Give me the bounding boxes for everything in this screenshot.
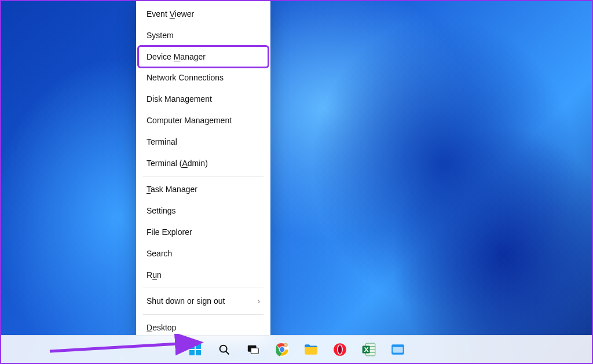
menu-separator	[143, 176, 263, 177]
menu-item-4[interactable]: Disk Management	[138, 89, 268, 110]
desktop-wallpaper	[1, 1, 592, 363]
file-explorer-button[interactable]	[299, 338, 323, 361]
taskbar-center-group	[184, 338, 409, 361]
menu-item-10[interactable]: File Explorer	[138, 222, 268, 243]
svg-point-4	[220, 345, 227, 352]
menu-separator	[143, 314, 263, 315]
menu-item-3[interactable]: Network Connections	[138, 67, 268, 89]
menu-item-label: Desktop	[147, 323, 176, 333]
menu-item-label: Shut down or sign out	[147, 296, 225, 306]
winx-context-menu: Event ViewerSystemDevice ManagerNetwork …	[136, 1, 270, 341]
opera-button[interactable]	[328, 338, 352, 361]
menu-item-2[interactable]: Device Manager	[138, 46, 268, 68]
svg-rect-0	[189, 344, 195, 349]
menu-separator	[143, 288, 263, 288]
menu-item-label: File Explorer	[147, 227, 192, 237]
menu-item-6[interactable]: Terminal	[138, 131, 268, 153]
menu-item-5[interactable]: Computer Management	[138, 110, 268, 131]
svg-point-11	[284, 343, 288, 347]
menu-item-label: Settings	[147, 206, 176, 216]
svg-line-5	[226, 351, 229, 354]
menu-item-0[interactable]: Event Viewer	[138, 3, 268, 25]
search-icon	[218, 343, 230, 356]
menu-item-label: System	[147, 31, 174, 41]
start-button[interactable]	[184, 338, 207, 361]
svg-point-14	[338, 345, 342, 354]
chrome-button[interactable]	[270, 338, 294, 361]
windows-icon	[188, 343, 202, 356]
opera-icon	[332, 342, 347, 357]
menu-item-7[interactable]: Terminal (Admin)	[138, 153, 268, 174]
app-icon	[390, 342, 405, 357]
menu-item-label: Device Manager	[147, 52, 206, 62]
menu-item-label: Task Manager	[147, 185, 197, 194]
task-view-icon	[247, 343, 259, 356]
menu-item-label: Terminal	[147, 137, 177, 147]
menu-item-label: Run	[147, 270, 162, 280]
search-button[interactable]	[213, 338, 236, 361]
svg-rect-21	[393, 347, 402, 352]
menu-item-label: Event Viewer	[147, 9, 194, 19]
menu-item-13[interactable]: Shut down or sign out›	[138, 291, 268, 312]
chrome-icon	[274, 342, 290, 357]
menu-item-label: Disk Management	[147, 94, 212, 104]
excel-button[interactable]	[357, 338, 380, 361]
menu-item-1[interactable]: System	[138, 25, 268, 46]
task-view-button[interactable]	[241, 338, 265, 361]
svg-rect-7	[251, 348, 258, 354]
menu-item-label: Computer Management	[147, 116, 232, 126]
menu-item-11[interactable]: Search	[138, 243, 268, 264]
chevron-right-icon: ›	[258, 297, 260, 306]
menu-item-9[interactable]: Settings	[138, 200, 268, 222]
svg-rect-1	[196, 344, 201, 349]
folder-icon	[303, 342, 319, 357]
svg-rect-3	[196, 350, 201, 355]
svg-rect-2	[189, 350, 195, 355]
taskbar	[1, 335, 592, 363]
app-button[interactable]	[386, 338, 409, 361]
excel-icon	[361, 342, 376, 357]
menu-item-8[interactable]: Task Manager	[138, 179, 268, 200]
menu-item-label: Network Connections	[147, 73, 224, 83]
menu-item-12[interactable]: Run	[138, 264, 268, 286]
menu-item-label: Terminal (Admin)	[147, 159, 208, 168]
menu-item-label: Search	[147, 249, 172, 259]
